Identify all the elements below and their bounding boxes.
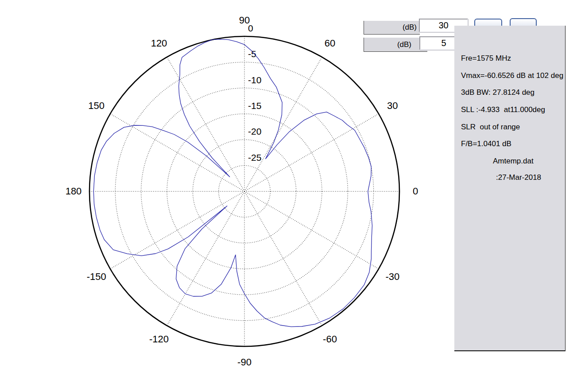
angle-label: 120 (151, 38, 167, 49)
polar-grid (89, 36, 399, 346)
grid-spoke (244, 114, 379, 191)
radial-label: -10 (248, 75, 261, 85)
angle-label: 30 (387, 100, 398, 111)
info-fb-ratio: F/B=1.0401 dB (461, 140, 511, 148)
info-frequency: Fre=1575 MHz (461, 54, 511, 63)
info-slr: SLR out of range (461, 123, 520, 132)
angle-label: 180 (66, 186, 82, 197)
range-label: (dB) (403, 23, 417, 32)
info-panel: Fre=1575 MHz Vmax=-60.6526 dB at 102 deg… (454, 26, 566, 351)
angle-label: 0 (413, 186, 418, 197)
info-vmax: Vmax=-60.6526 dB at 102 deg (461, 71, 563, 80)
step-label: (dB) (397, 40, 411, 49)
grid-spoke (110, 114, 244, 191)
radial-label: 0 (248, 23, 253, 33)
radial-label: -25 (248, 152, 261, 163)
grid-spoke (167, 57, 244, 191)
angle-label: -150 (87, 271, 106, 282)
angle-label: -30 (385, 271, 399, 282)
grid-spoke (244, 191, 379, 269)
pattern-curve (93, 39, 372, 327)
angle-label: -60 (323, 334, 337, 345)
radial-label: -5 (248, 49, 256, 59)
range-label-strip: (dB) (364, 21, 420, 35)
info-beamwidth: 3dB BW: 27.8124 deg (461, 88, 535, 97)
angle-label: -120 (149, 334, 169, 345)
step-label-strip: (dB) (364, 38, 427, 52)
info-sll: SLL :-4.933 at11.000deg (461, 105, 545, 114)
angle-labels: 9012060150301800-150-30-120-60-90 (66, 15, 418, 368)
grid-spoke (167, 191, 244, 326)
radial-label: -15 (248, 101, 261, 111)
angle-label: 150 (88, 100, 105, 111)
info-date: :27-Mar-2018 (496, 173, 541, 182)
angle-label: 60 (325, 38, 335, 49)
radial-labels: 0-5-10-15-20-25 (248, 23, 261, 163)
info-filename: Amtemp.dat (493, 157, 534, 166)
radial-label: -20 (248, 126, 261, 136)
grid-spoke (110, 191, 244, 269)
grid-spoke (244, 191, 322, 326)
angle-label: -90 (237, 357, 252, 368)
